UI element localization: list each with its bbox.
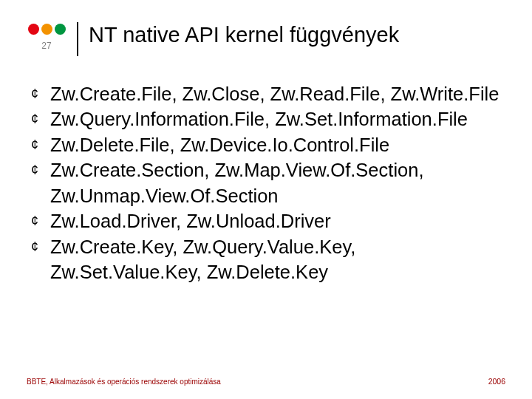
slide-number: 27 <box>41 41 51 51</box>
dot-red-icon <box>28 24 39 35</box>
slide-body: ¢Zw.Create.File, Zw.Close, Zw.Read.File,… <box>27 81 505 284</box>
bullet-text: Zw.Create.Key, Zw.Query.Value.Key, Zw.Se… <box>50 234 505 285</box>
header-divider <box>77 22 78 56</box>
bullet-list: ¢Zw.Create.File, Zw.Close, Zw.Read.File,… <box>31 81 505 284</box>
bullet-text: Zw.Load.Driver, Zw.Unload.Driver <box>50 208 505 233</box>
footer-left-text: BBTE, Alkalmazások és operációs rendszer… <box>27 378 221 386</box>
bullet-icon: ¢ <box>31 208 50 233</box>
bullet-text: Zw.Delete.File, Zw.Device.Io.Control.Fil… <box>50 132 505 157</box>
bullet-text: Zw.Query.Information.File, Zw.Set.Inform… <box>50 106 505 132</box>
slide-footer: BBTE, Alkalmazások és operációs rendszer… <box>27 377 505 386</box>
list-item: ¢Zw.Load.Driver, Zw.Unload.Driver <box>31 208 505 233</box>
list-item: ¢Zw.Query.Information.File, Zw.Set.Infor… <box>31 106 505 132</box>
slide-header: 27 NT native API kernel függvények <box>27 21 505 56</box>
slide-title: NT native API kernel függvények <box>89 22 399 48</box>
footer-year: 2006 <box>488 377 505 386</box>
list-item: ¢Zw.Create.Section, Zw.Map.View.Of.Secti… <box>31 157 505 208</box>
bullet-icon: ¢ <box>31 157 50 183</box>
dot-green-icon <box>55 24 66 35</box>
color-dots <box>28 24 66 35</box>
bullet-icon: ¢ <box>31 132 50 157</box>
bullet-icon: ¢ <box>31 81 50 106</box>
dot-orange-icon <box>41 24 52 35</box>
bullet-icon: ¢ <box>31 106 50 132</box>
header-dots-column: 27 <box>27 21 66 51</box>
list-item: ¢Zw.Create.Key, Zw.Query.Value.Key, Zw.S… <box>31 234 505 285</box>
list-item: ¢Zw.Create.File, Zw.Close, Zw.Read.File,… <box>31 81 505 106</box>
bullet-text: Zw.Create.File, Zw.Close, Zw.Read.File, … <box>50 81 505 106</box>
list-item: ¢Zw.Delete.File, Zw.Device.Io.Control.Fi… <box>31 132 505 157</box>
bullet-text: Zw.Create.Section, Zw.Map.View.Of.Sectio… <box>50 157 505 208</box>
bullet-icon: ¢ <box>31 234 50 259</box>
slide: 27 NT native API kernel függvények ¢Zw.C… <box>0 0 532 399</box>
